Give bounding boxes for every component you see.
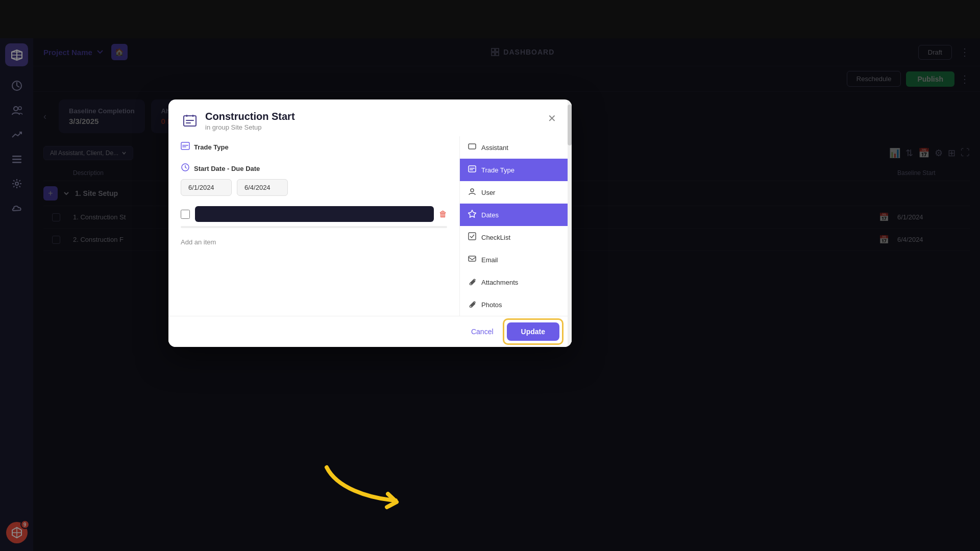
trade-type-icon <box>181 141 190 153</box>
svg-rect-23 <box>469 233 476 240</box>
svg-rect-16 <box>182 146 186 147</box>
menu-label-assistant: Assistant <box>481 144 508 152</box>
cancel-button[interactable]: Cancel <box>463 322 502 341</box>
trade-type-text: Trade Type <box>194 143 229 151</box>
date-inputs: 6/1/2024 6/4/2024 <box>181 179 447 196</box>
modal-header: Construction Start in group Site Setup ✕ <box>168 99 572 136</box>
menu-label-email: Email <box>481 256 498 264</box>
update-button[interactable]: Update <box>507 322 559 341</box>
menu-item-attachments[interactable]: Attachments <box>460 271 572 293</box>
modal-subtitle: in group Site Setup <box>205 123 295 131</box>
update-button-wrapper: Update <box>507 322 559 341</box>
modal-body-layout: Trade Type Start Date - Due Date 6/1/202… <box>168 136 572 316</box>
dates-icon <box>181 163 190 174</box>
modal-scrollbar[interactable] <box>568 99 572 347</box>
email-menu-icon <box>468 255 476 265</box>
checklist-item-1: 🗑 <box>181 206 447 222</box>
menu-label-user: User <box>481 189 495 196</box>
checklist-item-1-delete[interactable]: 🗑 <box>439 210 447 219</box>
add-checklist-item[interactable]: Add an item <box>181 234 447 250</box>
menu-label-checklist: CheckList <box>481 234 510 241</box>
modal-scrollbar-thumb <box>568 105 572 145</box>
menu-item-checklist[interactable]: CheckList <box>460 226 572 248</box>
menu-item-trade-type[interactable]: Trade Type <box>460 159 572 181</box>
photos-menu-icon <box>468 299 476 310</box>
end-date-input[interactable]: 6/4/2024 <box>237 179 288 196</box>
menu-item-assistant[interactable]: Assistant <box>460 136 572 159</box>
menu-label-attachments: Attachments <box>481 279 518 286</box>
checklist-progress-bar <box>181 226 447 228</box>
modal-title: Construction Start <box>205 111 295 122</box>
svg-rect-24 <box>469 256 476 261</box>
trade-type-section: Trade Type <box>181 141 447 153</box>
svg-rect-14 <box>181 142 189 149</box>
modal-title-icon <box>181 112 199 130</box>
attachments-menu-icon <box>468 277 476 287</box>
checklist-menu-icon <box>468 232 476 242</box>
menu-item-user[interactable]: User <box>460 181 572 204</box>
dates-text: Start Date - Due Date <box>194 165 260 172</box>
trade-type-menu-icon <box>468 165 476 175</box>
user-menu-icon <box>468 187 476 197</box>
assistant-icon <box>468 142 476 153</box>
svg-rect-20 <box>470 168 475 169</box>
dates-label: Start Date - Due Date <box>181 163 447 174</box>
svg-rect-18 <box>469 144 476 149</box>
menu-item-photos[interactable]: Photos <box>460 293 572 316</box>
modal-title-area: Construction Start in group Site Setup <box>181 111 295 131</box>
svg-rect-12 <box>186 120 194 121</box>
modal-close-button[interactable]: ✕ <box>544 111 559 126</box>
dates-section: Start Date - Due Date 6/1/2024 6/4/2024 <box>181 163 447 196</box>
modal-left-panel: Trade Type Start Date - Due Date 6/1/202… <box>168 136 459 316</box>
menu-label-dates: Dates <box>481 211 499 219</box>
checklist-section: 🗑 Add an item <box>181 206 447 250</box>
svg-point-22 <box>471 189 474 192</box>
top-bar <box>0 0 980 38</box>
menu-item-email[interactable]: Email <box>460 248 572 271</box>
modal-right-panel: Assistant Trade Type User <box>459 136 572 316</box>
svg-rect-19 <box>469 166 476 172</box>
svg-rect-21 <box>470 169 473 170</box>
menu-label-photos: Photos <box>481 301 502 309</box>
menu-label-trade-type: Trade Type <box>481 166 514 174</box>
start-date-input[interactable]: 6/1/2024 <box>181 179 232 196</box>
trade-type-label: Trade Type <box>181 141 447 153</box>
dates-menu-icon <box>468 210 476 220</box>
app-container: 9 Project Name 🏠 DASHBOARD Draft ⋮ Resch… <box>0 38 980 551</box>
checklist-item-1-checkbox[interactable] <box>181 210 190 219</box>
modal-footer: Cancel Update <box>168 316 572 347</box>
checklist-item-1-input[interactable] <box>195 206 434 222</box>
svg-rect-13 <box>186 122 191 123</box>
menu-item-dates[interactable]: Dates <box>460 204 572 226</box>
svg-rect-15 <box>182 145 188 146</box>
modal-dialog: Construction Start in group Site Setup ✕ <box>168 99 572 347</box>
